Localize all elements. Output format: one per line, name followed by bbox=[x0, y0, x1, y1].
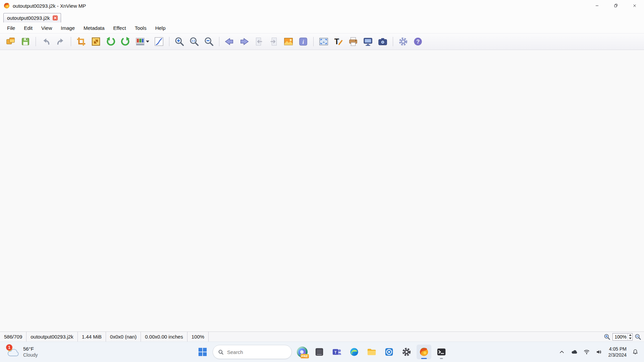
menu-effect[interactable]: Effect bbox=[109, 22, 130, 33]
view-image-button[interactable] bbox=[282, 35, 295, 48]
last-image-button[interactable] bbox=[267, 35, 280, 48]
screen: outoutput00293.j2k - XnView MP outou bbox=[0, 0, 644, 362]
zoom-out-button[interactable] bbox=[202, 35, 216, 48]
status-zoom-in-icon[interactable] bbox=[604, 334, 610, 340]
fullscreen-button[interactable] bbox=[317, 35, 330, 48]
maximize-button[interactable] bbox=[606, 0, 625, 11]
menu-view[interactable]: View bbox=[37, 22, 56, 33]
svg-text:?: ? bbox=[416, 39, 420, 45]
cloud-icon[interactable] bbox=[570, 348, 578, 356]
wifi-icon[interactable] bbox=[583, 348, 591, 356]
zoom-spinner[interactable] bbox=[628, 334, 632, 340]
taskbar-dark-app[interactable] bbox=[312, 345, 327, 359]
open-app-indicator bbox=[421, 358, 427, 359]
toolbar-separator bbox=[71, 37, 71, 46]
crop-button[interactable] bbox=[74, 35, 88, 48]
status-segment-5: 100% bbox=[187, 332, 209, 342]
search-icon bbox=[218, 349, 224, 355]
copilot-badge: PRE bbox=[301, 354, 309, 358]
taskbar-terminal[interactable] bbox=[434, 345, 449, 359]
taskbar-search[interactable] bbox=[213, 345, 292, 359]
weather-text: 56°F Cloudy bbox=[23, 346, 38, 358]
xnview-window: outoutput00293.j2k - XnView MP outou bbox=[0, 0, 644, 342]
weather-widget[interactable]: 1 56°F Cloudy bbox=[2, 342, 41, 362]
notification-bell-icon[interactable] bbox=[631, 348, 639, 356]
weather-temp: 56°F bbox=[23, 346, 38, 352]
settings-button[interactable] bbox=[396, 35, 410, 48]
dropdown-caret-icon[interactable] bbox=[146, 41, 149, 43]
svg-text:i: i bbox=[303, 39, 304, 45]
svg-text:1:1: 1:1 bbox=[192, 39, 195, 42]
redo-button[interactable] bbox=[54, 35, 67, 48]
status-segments: 586/709outoutput00293.j2k1.44 MiB0x0x0 (… bbox=[0, 332, 209, 342]
image-canvas[interactable] bbox=[0, 50, 644, 331]
zoom-level-input[interactable] bbox=[613, 334, 628, 340]
taskbar-xnview[interactable] bbox=[417, 345, 431, 359]
titlebar: outoutput00293.j2k - XnView MP bbox=[0, 0, 644, 11]
help-button[interactable]: ? bbox=[411, 35, 425, 48]
toolbar-separator bbox=[169, 37, 169, 46]
resize-button[interactable] bbox=[89, 35, 103, 48]
image-info-button[interactable]: i bbox=[297, 35, 310, 48]
taskbar-copilot[interactable]: PRE bbox=[294, 345, 309, 359]
next-image-button[interactable] bbox=[237, 35, 251, 48]
menu-edit[interactable]: Edit bbox=[19, 22, 37, 33]
tab-label: outoutput00293.j2k bbox=[7, 15, 50, 21]
taskbar-right: 4:05 PM 2/3/2024 bbox=[558, 342, 644, 362]
status-zoom-controls bbox=[604, 333, 644, 341]
menu-file[interactable]: File bbox=[3, 22, 19, 33]
slideshow-button[interactable] bbox=[361, 35, 375, 48]
add-text-button[interactable]: T bbox=[332, 35, 345, 48]
tray-icons bbox=[558, 348, 603, 356]
taskbar-edge[interactable] bbox=[347, 345, 362, 359]
taskbar-clock[interactable]: 4:05 PM 2/3/2024 bbox=[608, 346, 627, 358]
browser-button[interactable] bbox=[4, 35, 17, 48]
taskbar: 1 56°F Cloudy bbox=[0, 342, 644, 362]
adjust-colors-button[interactable] bbox=[133, 35, 151, 48]
menu-tools[interactable]: Tools bbox=[130, 22, 151, 33]
tab-outoutput00293[interactable]: outoutput00293.j2k bbox=[3, 13, 61, 22]
taskbar-photos[interactable] bbox=[382, 345, 396, 359]
tab-close-icon[interactable] bbox=[52, 15, 58, 21]
toolbar-separator bbox=[393, 37, 393, 46]
open-app-indicator bbox=[440, 358, 443, 359]
status-segment-1: outoutput00293.j2k bbox=[26, 332, 78, 342]
close-button[interactable] bbox=[625, 0, 644, 11]
taskbar-file-explorer[interactable] bbox=[364, 345, 379, 359]
status-segment-2: 1.44 MiB bbox=[78, 332, 106, 342]
menu-help[interactable]: Help bbox=[151, 22, 170, 33]
screen-capture-button[interactable] bbox=[376, 35, 389, 48]
first-image-button[interactable] bbox=[252, 35, 266, 48]
menu-image[interactable]: Image bbox=[56, 22, 79, 33]
zoom-actual-button[interactable]: 1:1 bbox=[187, 35, 201, 48]
chevron-up-icon[interactable] bbox=[558, 348, 566, 356]
rotate-left-button[interactable] bbox=[104, 35, 117, 48]
weather-condition: Cloudy bbox=[23, 352, 38, 358]
window-title: outoutput00293.j2k - XnView MP bbox=[13, 3, 86, 9]
zoom-in-button[interactable] bbox=[173, 35, 186, 48]
taskbar-center: PRET bbox=[195, 342, 449, 362]
minimize-button[interactable] bbox=[588, 0, 606, 11]
volume-icon[interactable] bbox=[595, 348, 603, 356]
statusbar: 586/709outoutput00293.j2k1.44 MiB0x0x0 (… bbox=[0, 331, 644, 342]
histogram-button[interactable] bbox=[152, 35, 166, 48]
save-button[interactable] bbox=[19, 35, 32, 48]
rotate-right-button[interactable] bbox=[119, 35, 132, 48]
taskbar-system-settings[interactable] bbox=[399, 345, 414, 359]
menubar: FileEditViewImageMetadataEffectToolsHelp bbox=[0, 22, 644, 33]
print-button[interactable] bbox=[346, 35, 360, 48]
previous-image-button[interactable] bbox=[223, 35, 236, 48]
menu-metadata[interactable]: Metadata bbox=[79, 22, 109, 33]
weather-cloud-icon: 1 bbox=[5, 345, 20, 359]
status-zoom-out-icon[interactable] bbox=[635, 334, 641, 340]
search-input[interactable] bbox=[227, 349, 294, 355]
status-segment-3: 0x0x0 (nan) bbox=[106, 332, 141, 342]
zoom-level-field[interactable] bbox=[612, 333, 633, 341]
undo-button[interactable] bbox=[39, 35, 53, 48]
toolbar-separator bbox=[219, 37, 219, 46]
notification-count-badge: 1 bbox=[6, 344, 12, 351]
toolbar-separator bbox=[313, 37, 314, 46]
taskbar-teams[interactable]: T bbox=[329, 345, 344, 359]
start-button[interactable] bbox=[195, 345, 210, 359]
taskbar-apps: PRET bbox=[294, 345, 449, 359]
